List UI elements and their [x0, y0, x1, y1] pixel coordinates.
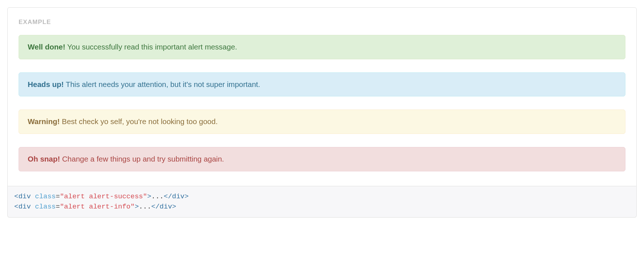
code-eq-2: =	[56, 203, 60, 211]
code-tag-close: </div>	[164, 192, 189, 200]
code-eq: =	[56, 192, 60, 200]
alert-success-text: You successfully read this important ale…	[65, 43, 237, 51]
code-tag-open-2: <div	[14, 203, 31, 211]
code-attr-name-2: class	[31, 203, 56, 211]
code-ellipsis: ...	[151, 192, 164, 200]
alert-warning-text: Best check yo self, you're not looking t…	[60, 117, 218, 126]
code-q-open-2: "	[60, 203, 64, 211]
alert-success-strong: Well done!	[28, 43, 65, 51]
code-close-open: >	[147, 192, 151, 200]
code-tag-open: <div	[14, 192, 31, 200]
code-tag-close-2: </div>	[151, 203, 176, 211]
example-label: EXAMPLE	[19, 19, 625, 26]
alert-danger-text: Change a few things up and try submittin…	[60, 155, 224, 163]
alert-info: Heads up! This alert needs your attentio…	[19, 72, 625, 97]
alert-info-text: This alert needs your attention, but it'…	[64, 80, 260, 88]
code-class-value-2: alert alert-info	[64, 203, 130, 211]
code-snippet: <div class="alert alert-success">...</di…	[7, 186, 637, 218]
code-q-close: "	[143, 192, 147, 200]
alert-warning: Warning! Best check yo self, you're not …	[19, 110, 625, 134]
alert-warning-strong: Warning!	[28, 117, 60, 126]
code-ellipsis-2: ...	[139, 203, 151, 211]
code-q-close-2: "	[130, 203, 134, 211]
code-close-open-2: >	[135, 203, 139, 211]
alert-danger: Oh snap! Change a few things up and try …	[19, 147, 625, 171]
code-attr-name: class	[31, 192, 56, 200]
code-class-value-1: alert alert-success	[64, 192, 143, 200]
alert-danger-strong: Oh snap!	[28, 155, 60, 163]
code-q-open: "	[60, 192, 64, 200]
alert-success: Well done! You successfully read this im…	[19, 35, 625, 59]
alert-info-strong: Heads up!	[28, 80, 64, 88]
example-panel: EXAMPLE Well done! You successfully read…	[7, 7, 637, 186]
